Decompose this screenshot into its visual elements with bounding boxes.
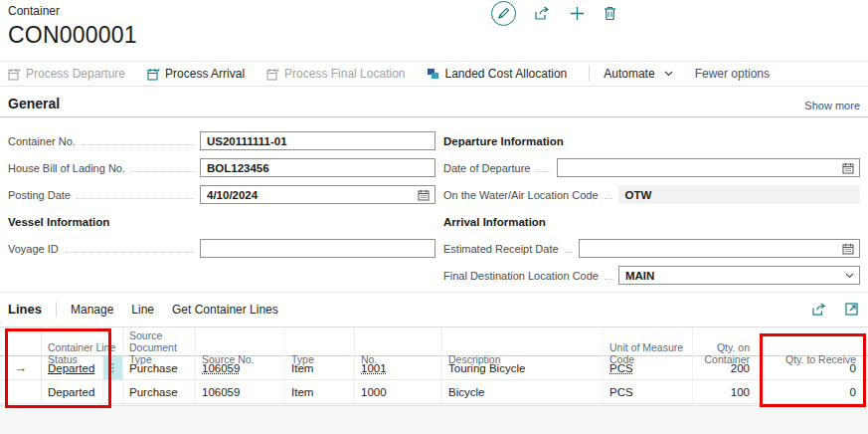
share-lines-button[interactable] <box>812 303 827 317</box>
uom-link[interactable]: PCS <box>609 362 633 374</box>
description-cell[interactable]: Touring Bicycle <box>442 356 604 379</box>
uom-cell[interactable]: PCS <box>604 356 693 379</box>
date-of-departure-field-row: Date of Departure <box>443 154 860 181</box>
house-bill-input[interactable] <box>201 159 434 176</box>
automate-menu-button[interactable]: Automate <box>604 67 672 81</box>
posting-date-input-box <box>200 185 435 204</box>
row-selector-cell[interactable] <box>0 380 42 403</box>
dotted-leader <box>605 198 612 199</box>
posting-date-input[interactable] <box>201 186 413 203</box>
source-document-type-cell[interactable]: Purchase <box>123 380 196 403</box>
dotted-leader <box>82 144 194 145</box>
qty-to-receive-cell[interactable]: 0 <box>763 356 868 379</box>
dotted-leader <box>605 279 612 280</box>
lines-menu-get-container-lines[interactable]: Get Container Lines <box>172 303 278 317</box>
container-lines-table: Container Line Status Source Document Ty… <box>0 326 868 404</box>
date-of-departure-input-box <box>557 158 860 177</box>
general-heading[interactable]: General <box>8 96 60 111</box>
status-cell[interactable]: Departed <box>42 356 103 379</box>
dotted-leader <box>65 252 194 253</box>
calendar-icon[interactable] <box>413 189 434 201</box>
estimated-receipt-date-field-row: Estimated Receipt Date <box>443 235 860 262</box>
page-title: CON000001 <box>8 22 137 49</box>
house-bill-label: House Bill of Lading No. <box>8 162 125 174</box>
container-no-field-row: Container No. <box>8 127 435 154</box>
otw-location-value-box: OTW <box>618 185 860 204</box>
lines-menu-manage[interactable]: Manage <box>71 303 113 317</box>
right-arrow-icon: → <box>14 360 27 375</box>
new-button[interactable] <box>570 6 585 21</box>
final-destination-input[interactable] <box>619 267 840 284</box>
no-cell[interactable]: 1001 <box>355 356 442 379</box>
uom-cell[interactable]: PCS <box>604 380 693 403</box>
source-no-cell[interactable]: 106059 <box>196 356 285 379</box>
estimated-receipt-date-input-box <box>579 239 860 258</box>
source-document-type-cell[interactable]: Purchase <box>123 356 196 379</box>
share-icon <box>812 303 827 317</box>
voyage-id-field-row: Voyage ID <box>8 235 435 262</box>
action-label: Landed Cost Allocation <box>444 67 567 81</box>
dotted-leader <box>536 171 551 172</box>
final-destination-field-row: Final Destination Location Code <box>443 262 860 289</box>
dotted-leader <box>77 198 194 199</box>
container-no-input-box <box>200 131 435 150</box>
date-of-departure-input[interactable] <box>558 159 837 176</box>
share-icon <box>535 6 551 21</box>
lines-menu-line[interactable]: Line <box>131 303 154 317</box>
process-calendar-icon <box>266 68 279 81</box>
process-departure-button[interactable]: Process Departure <box>8 67 125 81</box>
open-in-new-window-button[interactable] <box>845 303 858 316</box>
voyage-id-input[interactable] <box>201 240 434 257</box>
table-row[interactable]: → Departed ⋮ Purchase 106059 Item 1001 T… <box>0 356 868 380</box>
source-no-link[interactable]: 106059 <box>202 362 240 374</box>
dotted-leader <box>565 252 573 253</box>
lines-toolbar-icons <box>812 303 858 317</box>
share-button[interactable] <box>535 6 551 21</box>
container-no-input[interactable] <box>201 132 434 149</box>
status-link[interactable]: Departed <box>48 362 94 374</box>
lines-toolbar-separator <box>56 302 57 317</box>
delete-button[interactable] <box>604 6 616 21</box>
posting-date-label: Posting Date <box>8 189 71 201</box>
qty-on-container-cell[interactable]: 100 <box>693 380 763 403</box>
type-cell[interactable]: Item <box>285 356 355 379</box>
otw-location-label: On the Water/Air Location Code <box>443 189 599 201</box>
type-cell[interactable]: Item <box>285 380 355 403</box>
action-bar-separator <box>589 66 590 82</box>
pencil-icon <box>497 7 510 20</box>
qty-to-receive-cell[interactable]: 0 <box>763 380 868 403</box>
row-menu-cell[interactable]: ⋮ <box>103 356 123 379</box>
edit-button[interactable] <box>491 1 516 26</box>
process-final-location-button[interactable]: Process Final Location <box>266 67 405 81</box>
page-bottom-area <box>0 405 868 434</box>
vertical-ellipsis-icon[interactable]: ⋮ <box>103 356 122 379</box>
no-cell[interactable]: 1000 <box>355 380 442 403</box>
show-more-link[interactable]: Show more <box>804 100 860 111</box>
no-link[interactable]: 1001 <box>361 362 387 374</box>
estimated-receipt-date-label: Estimated Receipt Date <box>443 243 559 255</box>
tab-lines[interactable]: Lines <box>8 302 42 317</box>
qty-on-container-cell[interactable]: 200 <box>693 356 763 379</box>
status-cell[interactable]: Departed <box>42 380 103 403</box>
table-row[interactable]: Departed Purchase 106059 Item 1000 Bicyc… <box>0 380 868 404</box>
row-menu-cell[interactable] <box>103 380 123 403</box>
source-no-cell[interactable]: 106059 <box>196 380 285 403</box>
trash-icon <box>604 6 616 21</box>
general-section-header: General Show more <box>0 96 868 117</box>
vessel-information-heading: Vessel Information <box>8 208 435 235</box>
general-section: General Show more Container No. Departur… <box>0 96 868 289</box>
landed-cost-allocation-button[interactable]: Landed Cost Allocation <box>427 67 567 81</box>
row-selector-cell[interactable]: → <box>0 356 42 379</box>
description-cell[interactable]: Bicycle <box>442 380 604 403</box>
estimated-receipt-date-input[interactable] <box>580 240 837 257</box>
window-actions <box>491 1 616 26</box>
chevron-down-icon[interactable] <box>840 273 859 279</box>
final-destination-select-box <box>618 266 860 285</box>
calendar-icon[interactable] <box>837 243 859 255</box>
action-label: Process Departure <box>26 67 125 81</box>
chevron-down-icon <box>664 71 673 77</box>
action-label: Process Arrival <box>165 67 245 81</box>
process-arrival-button[interactable]: Process Arrival <box>147 67 245 81</box>
fewer-options-button[interactable]: Fewer options <box>695 67 770 81</box>
calendar-icon[interactable] <box>837 162 859 174</box>
